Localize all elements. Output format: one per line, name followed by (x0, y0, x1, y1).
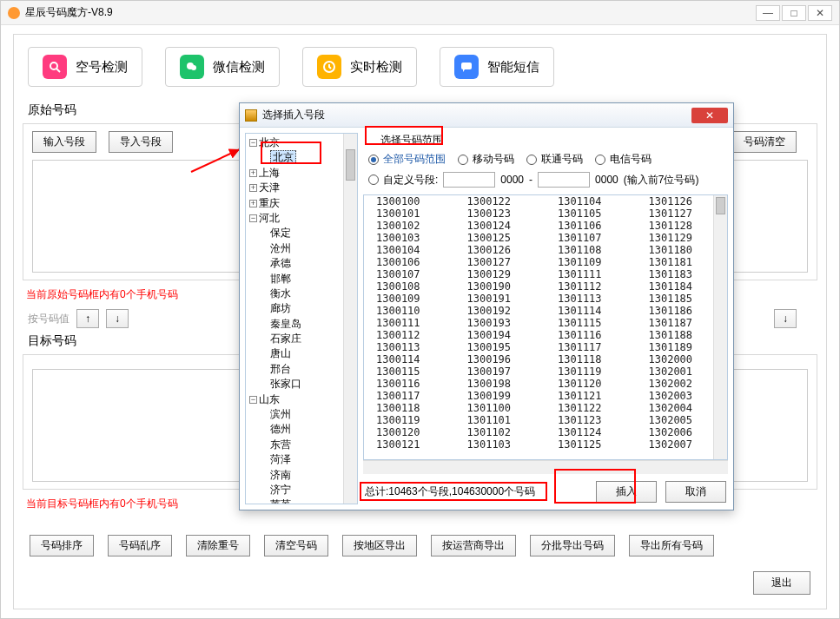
radio-custom[interactable]: 自定义号段: (368, 173, 438, 188)
code-row[interactable]: 1300108130019013011121301184 (364, 280, 727, 293)
tree-child-沧州[interactable]: 沧州 (270, 241, 354, 256)
tree-expander-icon[interactable]: − (249, 396, 257, 404)
tree-child-莱芜[interactable]: 莱芜 (270, 497, 354, 504)
input-segment-button[interactable]: 输入号段 (32, 131, 96, 153)
tree-child-邯郸[interactable]: 邯郸 (270, 272, 354, 286)
tree-child-菏泽[interactable]: 菏泽 (270, 452, 354, 467)
tree-node-山东[interactable]: − 山东 (249, 392, 354, 407)
tree-node-重庆[interactable]: + 重庆 (249, 196, 354, 211)
tree-child-邢台[interactable]: 邢台 (270, 362, 354, 377)
clear-numbers-button[interactable]: 号码清空 (732, 131, 797, 153)
tree-expander-icon[interactable]: + (249, 184, 257, 192)
tree-scrollbar[interactable] (343, 134, 357, 504)
code-row[interactable]: 1300104130012613011081301180 (364, 244, 727, 256)
dialog-close-button[interactable]: ✕ (691, 108, 728, 123)
exit-button[interactable]: 退出 (753, 571, 810, 595)
tree-child-衡水[interactable]: 衡水 (270, 286, 354, 301)
dialog-icon (245, 109, 257, 122)
tree-node-天津[interactable]: + 天津 (249, 181, 354, 195)
code-cell: 1301101 (455, 414, 546, 426)
tree-node-北京[interactable]: − 北京 (249, 135, 354, 150)
tab-empty-detect[interactable]: 空号检测 (28, 47, 142, 87)
radio-unicom[interactable]: 联通号码 (526, 152, 583, 167)
code-row[interactable]: 1300121130110313011251302007 (364, 438, 727, 451)
code-cell: 1301117 (546, 341, 637, 353)
tree-child-东营[interactable]: 东营 (270, 438, 354, 452)
tab-smart-sms[interactable]: 智能短信 (440, 47, 554, 87)
tree-child-济南[interactable]: 济南 (270, 468, 354, 483)
code-cell: 1301114 (546, 305, 637, 317)
code-row[interactable]: 1300116130019813011201302002 (364, 378, 727, 390)
code-row[interactable]: 1300109130019113011131301185 (364, 293, 727, 305)
radio-mobile[interactable]: 移动号码 (458, 152, 514, 167)
radio-telecom[interactable]: 电信号码 (595, 152, 651, 167)
minimize-button[interactable]: — (756, 5, 780, 21)
code-row[interactable]: 1300102130012413011061301128 (364, 220, 727, 232)
tree-panel[interactable]: − 北京北京+ 上海+ 天津+ 重庆− 河北保定沧州承德邯郸衡水廊坊秦皇岛石家庄… (245, 133, 358, 504)
wechat-icon (180, 55, 204, 79)
maximize-button[interactable]: □ (782, 5, 806, 21)
custom-to-input[interactable] (538, 172, 590, 188)
code-row[interactable]: 1300101130012313011051301127 (364, 207, 727, 220)
tree-node-河北[interactable]: − 河北 (249, 211, 354, 226)
code-row[interactable]: 1300103130012513011071301129 (364, 232, 727, 244)
code-row[interactable]: 1300106130012713011091301181 (364, 256, 727, 268)
sort-down-right-button[interactable]: ↓ (774, 309, 797, 328)
code-row[interactable]: 1300112130019413011161301188 (364, 329, 727, 341)
code-row[interactable]: 1300110130019213011141301186 (364, 305, 727, 317)
code-scrollbar-h[interactable] (363, 460, 728, 474)
code-row[interactable]: 1300118130110013011221302004 (364, 402, 727, 414)
tree-expander-icon[interactable]: − (249, 214, 257, 222)
tree-child-承德[interactable]: 承德 (270, 256, 354, 271)
tree-child-滨州[interactable]: 滨州 (270, 407, 354, 422)
sort-down-button[interactable]: ↓ (106, 309, 129, 328)
tab-wechat-detect[interactable]: 微信检测 (165, 47, 280, 87)
code-cell: 1300110 (364, 305, 455, 317)
code-row[interactable]: 1300119130110113011231302005 (364, 414, 727, 426)
svg-line-1 (56, 69, 60, 72)
tree-child-廊坊[interactable]: 廊坊 (270, 301, 354, 316)
code-row[interactable]: 1300115130019713011191302001 (364, 365, 727, 378)
tree-child-秦皇岛[interactable]: 秦皇岛 (270, 317, 354, 332)
cancel-button[interactable]: 取消 (665, 481, 726, 503)
tree-child-石家庄[interactable]: 石家庄 (270, 332, 354, 346)
close-button[interactable]: ✕ (808, 5, 832, 21)
sort-up-button[interactable]: ↑ (76, 309, 99, 328)
tree-child-保定[interactable]: 保定 (270, 226, 354, 240)
tab-label: 空号检测 (76, 59, 128, 76)
code-row[interactable]: 1300114130019613011181302000 (364, 353, 727, 365)
code-row[interactable]: 1300120130110213011241302006 (364, 426, 727, 438)
tree-expander-icon[interactable]: − (249, 139, 257, 147)
shuffle-button[interactable]: 号码乱序 (108, 535, 172, 556)
code-row[interactable]: 1300113130019513011171301189 (364, 341, 727, 353)
code-list[interactable]: 1300100130012213011041301126130010113001… (363, 194, 728, 460)
code-scrollbar-v[interactable] (713, 195, 727, 459)
code-cell: 1300191 (455, 293, 546, 305)
insert-button[interactable]: 插入 (596, 481, 657, 503)
tree-child-唐山[interactable]: 唐山 (270, 346, 354, 361)
dedup-button[interactable]: 清除重号 (186, 535, 250, 556)
export-carrier-button[interactable]: 按运营商导出 (431, 535, 516, 556)
sort-button[interactable]: 号码排序 (30, 535, 94, 556)
tree-child-济宁[interactable]: 济宁 (270, 483, 354, 497)
code-row[interactable]: 1300107130012913011111301183 (364, 268, 727, 280)
radio-all[interactable]: 全部号码范围 (368, 152, 446, 167)
tree-child-德州[interactable]: 德州 (270, 422, 354, 437)
export-region-button[interactable]: 按地区导出 (342, 535, 417, 556)
import-segment-button[interactable]: 导入号段 (109, 131, 173, 153)
code-cell: 1300126 (455, 244, 546, 256)
tree-child-张家口[interactable]: 张家口 (270, 377, 354, 392)
tree-node-上海[interactable]: + 上海 (249, 166, 354, 181)
tab-realtime-detect[interactable]: 实时检测 (302, 47, 417, 87)
code-cell: 1300114 (364, 353, 455, 365)
export-all-button[interactable]: 导出所有号码 (629, 535, 714, 556)
code-row[interactable]: 1300111130019313011151301187 (364, 317, 727, 329)
export-batch-button[interactable]: 分批导出号码 (530, 535, 615, 556)
tree-expander-icon[interactable]: + (249, 169, 257, 177)
custom-from-input[interactable] (443, 172, 495, 188)
code-row[interactable]: 1300117130019913011211302003 (364, 390, 727, 402)
tree-child-北京[interactable]: 北京 (270, 150, 354, 165)
clear-button[interactable]: 清空号码 (264, 535, 328, 556)
code-row[interactable]: 1300100130012213011041301126 (364, 195, 727, 207)
tree-expander-icon[interactable]: + (249, 200, 257, 207)
